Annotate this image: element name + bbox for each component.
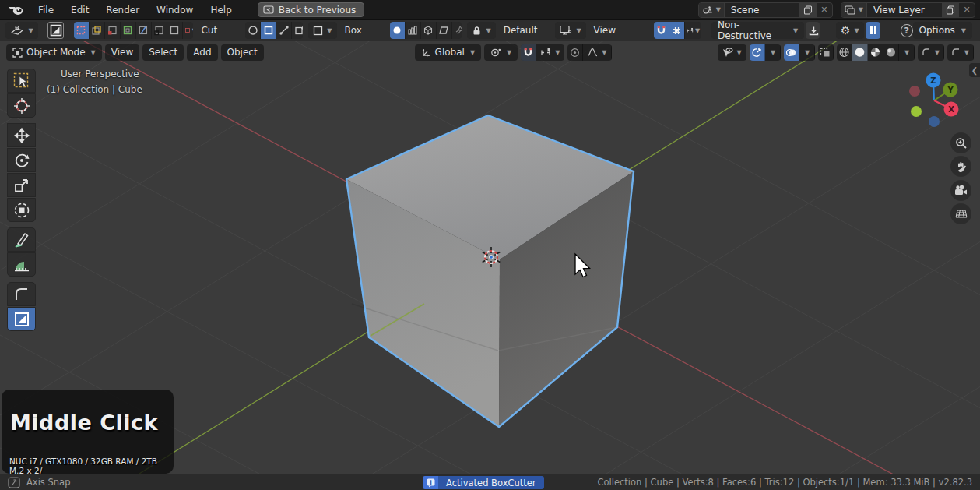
tool-hops[interactable] [7, 282, 36, 306]
menu-view[interactable]: View [105, 44, 139, 61]
menu-help[interactable]: Help [202, 0, 240, 20]
tool-cursor[interactable] [7, 93, 36, 118]
viewport-snap-toggle[interactable] [521, 44, 536, 61]
orientation-dropdown[interactable]: Global ▼ [415, 44, 481, 61]
copy-icon [803, 5, 813, 15]
scene-statistics: Collection | Cube | Verts:8 | Faces:6 | … [598, 477, 980, 488]
snap-grid-toggle[interactable] [669, 22, 685, 39]
screencast-key-label: Middle Click [10, 411, 158, 435]
scene-unlink-button[interactable]: ✕ [817, 5, 832, 15]
menu-select[interactable]: Select [142, 44, 184, 61]
view-layer-name-field[interactable]: View Layer [867, 5, 942, 16]
overlays-dropdown[interactable]: ▼ [799, 44, 815, 61]
hops-panel-dropdown-1: ▼ [918, 44, 944, 61]
behavior-shatter-button[interactable] [452, 22, 462, 39]
shape-ngon-button[interactable] [276, 22, 292, 39]
tool-annotate[interactable] [7, 227, 36, 252]
gizmo-minus-z-axis[interactable] [929, 116, 940, 127]
tool-scale[interactable] [7, 173, 36, 197]
mode-inset-button[interactable] [121, 22, 136, 39]
menu-window[interactable]: Window [148, 0, 202, 20]
shading-rendered-button[interactable] [883, 44, 899, 61]
mode-intersect-button[interactable] [105, 22, 121, 39]
menu-add[interactable]: Add [187, 44, 217, 61]
scene-name-field[interactable]: Scene [725, 5, 799, 16]
scene-browse-button[interactable]: ▼ [699, 3, 725, 17]
tool-measure[interactable] [7, 252, 36, 277]
shape-circle-button[interactable] [245, 22, 261, 39]
tool-move[interactable] [7, 123, 36, 147]
view-layer-browse-button[interactable]: ▼ [841, 3, 867, 17]
gizmo-minus-y-axis[interactable] [911, 106, 922, 117]
gizmo-minus-x-axis[interactable] [909, 86, 920, 97]
behavior-array-button[interactable] [406, 22, 421, 39]
show-gizmo-toggle[interactable] [750, 44, 765, 61]
pivot-dropdown[interactable]: ▼ [484, 44, 518, 61]
tool-rotate[interactable] [7, 148, 36, 172]
apply-boolean-button[interactable] [806, 22, 820, 39]
back-to-previous-button[interactable]: Back to Previous [258, 2, 365, 17]
shading-solid-button[interactable] [852, 44, 868, 61]
menu-object[interactable]: Object [221, 44, 264, 61]
nav-camera-button[interactable] [950, 180, 971, 201]
selectability-dropdown[interactable]: ▼ [718, 44, 746, 61]
shading-dropdown[interactable]: ▼ [899, 44, 915, 61]
scene-selector: ▼ Scene ✕ [698, 2, 833, 18]
status-notification[interactable]: i Activated BoxCutter [423, 476, 544, 489]
view-layer-copy-button[interactable] [942, 3, 959, 17]
mode-extract-button[interactable] [167, 22, 183, 39]
behavior-box-button[interactable] [421, 22, 437, 39]
help-button[interactable]: ? [901, 24, 913, 37]
toolbar-tools [7, 69, 36, 332]
gizmo-dropdown[interactable]: ▼ [765, 44, 781, 61]
nav-zoom-button[interactable] [950, 132, 971, 153]
shading-wireframe-button[interactable] [837, 44, 852, 61]
behavior-plane-button[interactable] [437, 22, 452, 39]
falloff-dropdown[interactable]: ▼ [583, 44, 611, 61]
sidebar-toggle[interactable]: ❮ [969, 63, 980, 77]
snap-magnet-toggle[interactable] [654, 22, 669, 39]
blender-logo-icon[interactable] [8, 4, 25, 16]
corner-panel-dropdown[interactable]: ▼ [918, 44, 944, 61]
options-dropdown[interactable]: Options ▼ [913, 22, 972, 39]
settings-gear-dropdown[interactable]: ⚙ ▼ [836, 22, 864, 39]
pause-tool-button[interactable] [866, 22, 880, 39]
copy-icon [946, 5, 955, 15]
tool-transform[interactable] [7, 198, 36, 222]
menu-file[interactable]: File [30, 0, 62, 20]
menu-render[interactable]: Render [97, 0, 148, 20]
chevron-down-icon: ▼ [859, 6, 863, 13]
shape-picker-dropdown[interactable]: ▼ [308, 22, 336, 39]
viewport-3d[interactable]: Object Mode ▼ ViewSelectAddObject Global… [0, 41, 980, 474]
snap-target-dropdown[interactable]: ▼ [685, 22, 701, 39]
mode-knife-button[interactable] [152, 22, 167, 39]
show-overlays-toggle[interactable] [784, 44, 799, 61]
surface-align-dropdown[interactable]: ▼ [555, 22, 585, 39]
xray-toggle[interactable] [818, 44, 834, 61]
mode-make-box-button[interactable]: ▼ [183, 22, 194, 39]
lock-shape-dropdown[interactable]: ▼ [467, 22, 495, 39]
cube-object[interactable] [346, 115, 634, 427]
scene-copy-button[interactable] [799, 3, 817, 17]
viewport-snap-dropdown[interactable]: ▼ [536, 44, 564, 61]
navigation-gizmo[interactable]: Z Y X [899, 62, 969, 132]
nav-ortho-button[interactable] [950, 203, 971, 224]
proportional-edit-toggle[interactable] [567, 44, 583, 61]
shape-custom-button[interactable] [292, 22, 303, 39]
menu-edit[interactable]: Edit [62, 0, 97, 20]
mode-slice-button[interactable] [90, 22, 105, 39]
pipeline-select[interactable]: Non-Destructive ▼ [711, 22, 804, 39]
view-layer-remove-button[interactable]: ✕ [959, 5, 975, 15]
active-tool-dropdown[interactable]: ▼ [5, 22, 37, 39]
shape-box-button[interactable] [261, 22, 276, 39]
corner-panel-dropdown[interactable]: ▼ [947, 44, 974, 61]
nav-pan-button[interactable] [950, 156, 971, 177]
mode-cut-button[interactable] [74, 22, 90, 39]
boxcutter-logo-button[interactable] [47, 22, 63, 39]
mode-join-button[interactable] [136, 22, 152, 39]
shading-material-button[interactable] [868, 44, 883, 61]
tool-select-box[interactable] [7, 69, 36, 93]
mode-dropdown[interactable]: Object Mode ▼ [6, 44, 102, 61]
tool-boxcutter[interactable] [7, 307, 36, 331]
behavior-solid-button[interactable] [390, 22, 406, 39]
